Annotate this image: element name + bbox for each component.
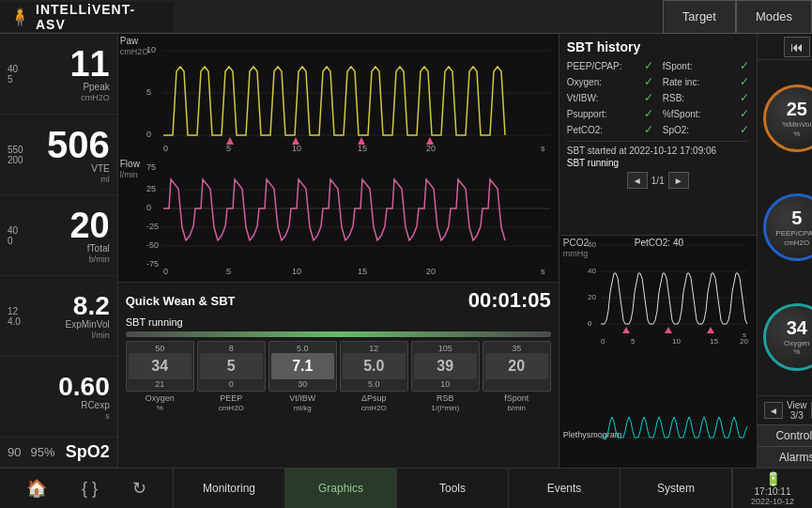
view-area: ◄ View3/3 ► <box>758 395 812 424</box>
svg-text:-25: -25 <box>146 222 159 231</box>
view-prev-button[interactable]: ◄ <box>764 402 783 419</box>
ppeak-value: 11 <box>47 46 110 82</box>
svg-text:0: 0 <box>146 203 151 212</box>
skip-button[interactable]: ⏮ <box>784 37 810 57</box>
flow-chart-svg: 75 25 0 -25 -50 -75 0 5 10 <box>146 156 555 278</box>
nav-tools[interactable]: Tools <box>397 469 509 508</box>
svg-text:5: 5 <box>146 87 151 97</box>
target-button[interactable]: Target <box>663 0 736 34</box>
param-oxygen[interactable]: 50 34 21 <box>126 341 194 392</box>
sbt-running-status: SBT running <box>567 158 749 168</box>
nav-monitoring[interactable]: Monitoring <box>174 469 285 508</box>
svg-text:s: s <box>541 267 545 276</box>
svg-text:15: 15 <box>358 144 367 153</box>
param-vtibw[interactable]: 5.0 7.1 30 <box>268 341 337 392</box>
param-rsb[interactable]: 105 39 10 <box>411 341 480 392</box>
expminvol-value: 8.2 <box>47 293 110 319</box>
svg-text:20: 20 <box>426 144 436 153</box>
dials-area: 25 %MinVol% 5 PEEP/CPAPcmH2O 34 Oxygen% <box>758 60 812 395</box>
paw-chart-svg: 10 5 0 0 5 10 15 20 s <box>146 34 555 156</box>
ppeak-label: Ppeak cmH2O <box>47 82 110 102</box>
nav-events[interactable]: Events <box>509 469 620 508</box>
svg-text:15: 15 <box>710 337 718 346</box>
spo2-value: SpO2 <box>63 442 110 462</box>
ftotal-label: fTotal b/min <box>47 243 110 264</box>
svg-text:-50: -50 <box>146 240 159 250</box>
svg-text:75: 75 <box>146 162 156 172</box>
controls-button[interactable]: Controls <box>758 424 812 446</box>
svg-marker-14 <box>358 137 365 145</box>
qw-status: SBT running <box>126 316 551 328</box>
vte-limits: 550 200 <box>8 145 43 165</box>
progress-bar <box>126 331 551 337</box>
center-panel: Paw cmH2O 10 5 0 0 5 <box>118 34 559 468</box>
refresh-icon[interactable]: ↻ <box>129 474 150 502</box>
modes-button[interactable]: Modes <box>736 0 812 34</box>
svg-text:5: 5 <box>226 144 231 153</box>
ppeak-row: 40 5 11 Ppeak cmH2O <box>0 34 117 115</box>
logo-text: INTELLiVENT-ASV <box>36 2 164 32</box>
sbt-vtibw: Vt/IBW: ✓ <box>567 90 653 105</box>
svg-marker-12 <box>226 137 234 145</box>
svg-text:25: 25 <box>146 184 156 193</box>
svg-text:10: 10 <box>292 267 301 276</box>
right-panel: SBT history PEEP/CPAP: ✓ fSpont: ✓ Oxyge… <box>559 34 757 468</box>
param-dpsup[interactable]: 12 5.0 5.0 <box>340 341 408 392</box>
svg-text:10: 10 <box>292 144 301 153</box>
oxygen-dial[interactable]: 34 Oxygen% <box>763 303 812 371</box>
battery-icon: 🔋 <box>765 471 781 486</box>
person-icon: 🧍 <box>9 7 30 27</box>
label-fspont: fSpontb/min <box>483 393 551 412</box>
params-top-row: 50 34 21 8 5 0 5.0 7.1 30 <box>126 341 551 392</box>
ppeak-value-area: 11 Ppeak cmH2O <box>47 46 110 102</box>
svg-marker-42 <box>707 327 714 333</box>
ftotal-row: 40 0 20 fTotal b/min <box>0 195 117 276</box>
svg-marker-15 <box>426 137 434 145</box>
sbt-started-info: SBT started at 2022-10-12 17:09:06 <box>567 141 749 156</box>
svg-text:10: 10 <box>146 45 156 54</box>
ftotal-value-area: 20 fTotal b/min <box>47 208 110 264</box>
expminvol-row: 12 4.0 8.2 ExpMinVol l/min <box>0 276 117 357</box>
svg-marker-41 <box>665 327 672 333</box>
nav-graphics[interactable]: Graphics <box>285 469 397 508</box>
params-label-row: Oxygen% PEEPcmH2O Vt/IBWml/kg ΔPsupcmH2O… <box>126 393 551 412</box>
svg-marker-13 <box>292 137 299 145</box>
nav-system[interactable]: System <box>620 469 732 508</box>
svg-text:s: s <box>743 331 746 339</box>
ppeak-limits: 40 5 <box>8 64 43 85</box>
sbt-history-title: SBT history <box>567 39 749 54</box>
spo2-nums: 90 95% <box>8 445 55 459</box>
param-fspont[interactable]: 35 20 <box>483 341 551 392</box>
svg-text:5: 5 <box>631 337 636 346</box>
expminvol-label: ExpMinVol l/min <box>47 319 110 340</box>
sbt-oxygen: Oxygen: ✓ <box>567 74 653 89</box>
sbt-history-area: SBT history PEEP/CPAP: ✓ fSpont: ✓ Oxyge… <box>559 34 757 236</box>
sbt-spo2: SpO2: ✓ <box>663 122 749 137</box>
svg-text:20: 20 <box>426 267 436 276</box>
home-icon[interactable]: 🏠 <box>23 474 51 502</box>
qw-timer: 00:01:05 <box>468 288 551 313</box>
sbt-rsb: RSB: ✓ <box>663 90 749 105</box>
svg-text:60: 60 <box>588 240 596 249</box>
vte-value: 506 <box>47 126 110 163</box>
svg-text:-75: -75 <box>146 259 159 269</box>
param-peep[interactable]: 8 5 0 <box>197 341 266 392</box>
vte-row: 550 200 506 VTE ml <box>0 115 117 195</box>
minvol-dial[interactable]: 25 %MinVol% <box>763 85 812 152</box>
svg-text:20: 20 <box>588 293 596 301</box>
view-label: View3/3 <box>787 400 807 421</box>
svg-text:s: s <box>541 144 545 153</box>
sbt-rateinc: Rate inc: ✓ <box>663 74 749 89</box>
code-icon[interactable]: { } <box>78 475 101 502</box>
label-dpsup: ΔPsupcmH2O <box>340 393 408 412</box>
sbt-nav: ◄ 1/1 ► <box>567 172 749 189</box>
pco2-svg: 60 40 20 0 <box>588 236 752 372</box>
vte-label: VTE ml <box>47 163 110 184</box>
peepcpap-dial[interactable]: 5 PEEP/CPAPcmH2O <box>763 193 812 261</box>
sbt-prev-button[interactable]: ◄ <box>627 172 648 189</box>
sbt-grid: PEEP/CPAP: ✓ fSpont: ✓ Oxygen: ✓ Rate <box>567 58 749 137</box>
sbt-next-button[interactable]: ► <box>668 172 689 189</box>
qw-title: Quick Wean & SBT <box>126 294 468 308</box>
ftotal-limits: 40 0 <box>8 225 43 246</box>
alarms-button[interactable]: Alarms <box>758 446 812 468</box>
